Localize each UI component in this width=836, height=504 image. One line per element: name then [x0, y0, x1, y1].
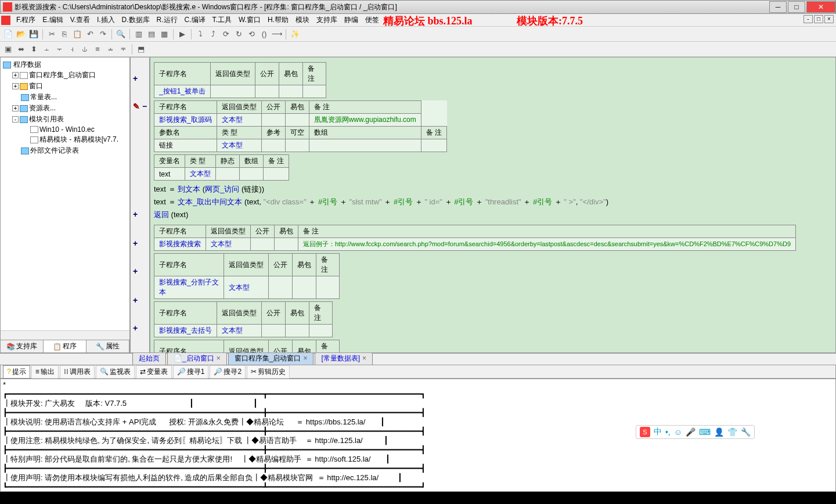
btab-search1[interactable]: 🔎搜寻1: [173, 365, 209, 379]
tree-item[interactable]: Win10 - Win10.ec: [39, 125, 95, 134]
ime-mic-icon[interactable]: 🎤: [686, 427, 696, 437]
btab-watch[interactable]: 🔍监视表: [96, 365, 135, 379]
btab-clip[interactable]: ✂剪辑历史: [247, 365, 290, 379]
step5-icon[interactable]: ⟲: [246, 28, 257, 40]
paste-icon[interactable]: 📋: [71, 28, 83, 40]
tree-item[interactable]: 外部文件记录表: [30, 146, 79, 156]
align10-icon[interactable]: ⫧: [117, 44, 129, 55]
menu-help[interactable]: H.帮助: [264, 14, 292, 26]
fold-plus-icon[interactable]: +: [133, 323, 138, 333]
mdi-close[interactable]: ×: [824, 15, 834, 23]
menu-run[interactable]: R.运行: [153, 14, 181, 26]
menu-static[interactable]: 静编: [341, 14, 362, 26]
fold-plus-icon[interactable]: +: [133, 210, 138, 219]
menu-view[interactable]: V.查看: [67, 14, 93, 26]
save-icon[interactable]: 💾: [28, 28, 39, 40]
align11-icon[interactable]: ⬒: [135, 44, 147, 55]
code-line[interactable]: 返回 (text): [154, 208, 831, 221]
align4-icon[interactable]: ⫠: [41, 44, 52, 55]
project-tree[interactable]: 程序数据 +窗口程序集_启动窗口 +窗口 常量表... +资源表... -模块引…: [1, 57, 129, 330]
copy-icon[interactable]: ⎘: [59, 28, 70, 40]
align6-icon[interactable]: ⫞: [66, 44, 78, 55]
code-line[interactable]: text ＝ 文本_取出中间文本 (text, "<div class=" ＋ …: [154, 196, 831, 208]
mdi-minimize[interactable]: -: [803, 15, 813, 23]
tree-item[interactable]: 常量表...: [30, 92, 57, 102]
menu-insert[interactable]: I.插入: [93, 14, 118, 26]
ime-keyboard-icon[interactable]: ⌨: [699, 427, 711, 437]
tree-item[interactable]: 精易模块 - 精易模块[v7.7.: [39, 135, 118, 145]
sub-name[interactable]: 影视搜索_取源码: [154, 114, 217, 127]
tree-expand-icon[interactable]: +: [12, 72, 19, 78]
menu-window[interactable]: W.窗口: [235, 14, 264, 26]
close-button[interactable]: ✕: [806, 1, 835, 13]
fold-plus-icon[interactable]: +: [133, 267, 138, 276]
ime-logo-icon[interactable]: S: [640, 427, 650, 437]
menu-support[interactable]: 支持库: [313, 14, 341, 26]
menu-edit[interactable]: E.编辑: [39, 14, 66, 26]
sub-name[interactable]: _按钮1_被单击: [154, 85, 211, 98]
ime-lang-label[interactable]: 中: [654, 427, 662, 437]
align8-icon[interactable]: ≡: [92, 44, 103, 55]
tree-item[interactable]: 窗口程序集_启动窗口: [29, 70, 96, 80]
step3-icon[interactable]: ⟳: [220, 28, 232, 40]
wand-icon[interactable]: ✨: [289, 28, 301, 40]
menu-tools[interactable]: T.工具: [209, 14, 235, 26]
step2-icon[interactable]: ⤴: [207, 28, 219, 40]
tree-item[interactable]: 模块引用表: [29, 114, 64, 124]
ime-tool-icon[interactable]: 🔧: [741, 427, 751, 437]
fold-plus-icon[interactable]: +: [133, 74, 138, 83]
left-tab-support[interactable]: 📚支持库: [1, 340, 44, 352]
redo-icon[interactable]: ↷: [97, 28, 109, 40]
sub-name[interactable]: 影视搜索搜索: [154, 238, 206, 251]
menu-module[interactable]: 模块: [292, 14, 313, 26]
sub-name[interactable]: 影视搜索_去括号: [154, 325, 217, 337]
new-icon[interactable]: 📄: [2, 28, 14, 40]
align3-icon[interactable]: ⬍: [28, 44, 39, 55]
cut-icon[interactable]: ✂: [46, 28, 57, 40]
close-tab-icon[interactable]: ×: [217, 354, 221, 362]
ime-skin-icon[interactable]: 👕: [727, 427, 737, 437]
taskbar[interactable]: [0, 492, 836, 504]
undo-icon[interactable]: ↶: [84, 28, 96, 40]
menu-program[interactable]: F.程序: [13, 14, 39, 26]
btab-calls[interactable]: ⁞⁞调用表: [60, 365, 95, 379]
layout1-icon[interactable]: ▥: [133, 28, 145, 40]
menu-notes[interactable]: 便签: [362, 14, 383, 26]
step6-icon[interactable]: (): [258, 28, 270, 40]
btab-vars[interactable]: ⇄变量表: [136, 365, 172, 379]
layout3-icon[interactable]: ▦: [158, 28, 170, 40]
fold-plus-icon[interactable]: +: [133, 296, 138, 305]
close-tab-icon[interactable]: ×: [362, 354, 366, 362]
tree-expand-icon[interactable]: +: [12, 105, 19, 111]
editor-tab-progset[interactable]: 窗口程序集_启动窗口×: [228, 352, 314, 365]
menu-database[interactable]: D.数据库: [118, 14, 153, 26]
align2-icon[interactable]: ⬌: [15, 44, 27, 55]
mdi-restore[interactable]: □: [814, 15, 823, 23]
maximize-button[interactable]: □: [788, 1, 805, 13]
align5-icon[interactable]: ⫟: [53, 44, 65, 55]
align1-icon[interactable]: ▣: [2, 44, 14, 55]
btab-output[interactable]: ≡输出: [31, 365, 59, 379]
open-icon[interactable]: 📂: [15, 28, 27, 40]
ime-toolbar[interactable]: S 中 •, ☺ 🎤 ⌨ 👤 👕 🔧: [636, 425, 755, 439]
close-tab-icon[interactable]: ×: [303, 354, 307, 362]
ime-emoji-icon[interactable]: ☺: [674, 427, 682, 437]
tree-item[interactable]: 资源表...: [29, 103, 56, 113]
editor-tab-start[interactable]: 起始页: [132, 352, 166, 365]
left-tab-program[interactable]: 📋程序: [44, 340, 87, 352]
sub-name[interactable]: 影视搜索_分割子文本: [154, 276, 224, 299]
layout2-icon[interactable]: ▤: [146, 28, 157, 40]
edit-pen-icon[interactable]: ✎: [133, 102, 140, 111]
menu-compile[interactable]: C.编译: [181, 14, 209, 26]
ime-person-icon[interactable]: 👤: [714, 427, 724, 437]
step4-icon[interactable]: ↻: [233, 28, 244, 40]
code-editor[interactable]: + ✎ − + + + + + 子程序名返回值类型公开易包备 注 _按钮1_被单…: [130, 57, 836, 353]
code-line[interactable]: text ＝ 到文本 (网页_访问 (链接)): [154, 183, 831, 196]
tree-collapse-icon[interactable]: -: [12, 116, 19, 123]
editor-tab-window[interactable]: 📄_启动窗口×: [167, 352, 227, 365]
minimize-button[interactable]: ─: [769, 1, 787, 13]
left-scrollbar[interactable]: [1, 330, 129, 340]
find-icon[interactable]: 🔍: [115, 28, 127, 40]
editor-tab-const[interactable]: [常量数据表]×: [315, 352, 373, 365]
run-icon[interactable]: ▶: [176, 28, 188, 40]
